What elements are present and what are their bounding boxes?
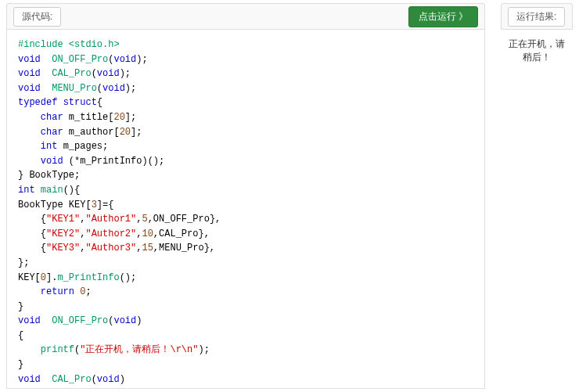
code-token: void [41,156,63,167]
code-token: MENU_Pro [52,83,97,94]
code-token: 10 [142,228,153,239]
code-token: KEY [69,200,86,210]
code-token: KEY [18,272,35,283]
code-token: 3 [92,200,97,210]
code-token: int [41,141,58,152]
code-token: void [97,374,120,385]
code-token: m_author [69,127,114,138]
code-token: int [18,185,35,196]
code-token: m_pages [63,141,102,152]
code-token: void [97,68,120,79]
code-token: 0 [41,272,46,283]
code-token: "Author3" [85,243,136,254]
code-token: "KEY3" [46,243,80,254]
code-token: 20 [113,112,124,123]
code-token: m_PrintInfo [80,156,142,167]
code-token: ON_OFF_Pro [52,54,108,65]
code-editor[interactable]: #include <stdio.h> void ON_OFF_Pro(void)… [6,30,485,389]
source-panel: 源代码: 点击运行 》 #include <stdio.h> void ON_O… [6,3,485,389]
code-token: 15 [142,243,153,254]
result-label: 运行结果: [508,7,565,27]
code-token: printf [41,344,74,355]
code-token: m_PrintInfo [57,272,119,283]
code-token: main [41,185,63,196]
result-panel: 运行结果: 正在开机，请稍后！ [501,3,573,389]
code-token: BookType [18,200,63,210]
code-token: 5 [142,214,147,225]
code-token: CAL_Pro [159,228,198,239]
code-token: ON_OFF_Pro [52,315,108,326]
code-token: #include <stdio.h> [18,39,120,50]
code-token: void [113,54,136,65]
code-token: void [18,68,41,79]
code-token: MENU_Pro [159,243,204,254]
code-token: 0 [80,286,85,297]
code-token: "KEY1" [46,214,80,225]
code-token: return [41,286,74,297]
code-token: typedef [18,97,57,108]
code-token: void [18,315,41,326]
code-token: "KEY2" [46,228,80,239]
code-token: "Author1" [85,214,136,225]
code-token: "正在开机，请稍后！\r\n" [80,344,198,355]
code-token: struct [63,97,97,108]
code-token: void [18,374,41,385]
code-token: char [41,127,63,138]
code-token: ON_OFF_Pro [153,214,210,225]
code-token: char [41,112,63,123]
code-token: m_title [69,112,108,123]
code-token: void [113,315,136,326]
source-label: 源代码: [13,7,61,27]
code-token: 20 [120,127,131,138]
code-token: void [18,83,41,94]
code-token: void [102,83,125,94]
result-output: 正在开机，请稍后！ [501,30,573,389]
code-token: BookType [29,170,74,181]
source-header: 源代码: 点击运行 》 [6,3,485,30]
code-token: CAL_Pro [52,374,91,385]
run-button[interactable]: 点击运行 》 [408,6,478,27]
code-token: void [18,54,41,65]
code-token: CAL_Pro [52,68,91,79]
result-header: 运行结果: [501,3,573,30]
code-token: "Author2" [85,228,136,239]
